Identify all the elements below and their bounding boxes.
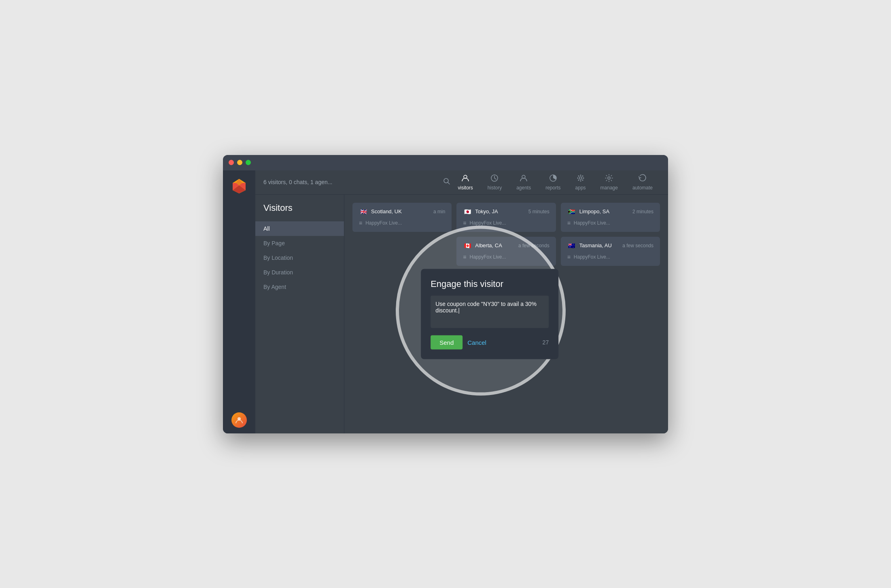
svg-point-16 <box>583 177 584 178</box>
modal-actions: Send Cancel <box>431 335 486 349</box>
close-button[interactable] <box>229 160 234 165</box>
flag-uk: 🇬🇧 <box>359 208 368 215</box>
automate-icon <box>639 174 647 183</box>
visitors-icon <box>461 174 469 183</box>
filter-by-agent[interactable]: By Agent <box>255 280 344 294</box>
message-textarea[interactable]: Use coupon code "NY30" to avail a 30% di… <box>431 295 549 328</box>
tab-apps-label: apps <box>575 185 586 191</box>
mac-window: 6 visitors, 0 chats, 1 agen... <box>223 155 668 433</box>
cancel-button[interactable]: Cancel <box>467 339 486 346</box>
tab-manage[interactable]: manage <box>593 171 625 194</box>
svg-point-12 <box>579 177 582 179</box>
tab-visitors-label: visitors <box>458 185 473 191</box>
fox-logo <box>230 177 248 195</box>
visitor-card-6[interactable]: 🇦🇺 Tasmania, AU a few seconds ≡ HappyFox… <box>561 237 660 266</box>
left-panel: Visitors All By Page By Location By Dura… <box>255 195 344 433</box>
svg-point-21 <box>608 177 610 179</box>
filter-by-page[interactable]: By Page <box>255 236 344 250</box>
app-layout: 6 visitors, 0 chats, 1 agen... <box>223 170 668 433</box>
nav-tabs: visitors history <box>450 171 660 194</box>
filter-by-duration[interactable]: By Duration <box>255 265 344 280</box>
card-time-3: 2 minutes <box>632 209 653 214</box>
filter-list: All By Page By Location By Duration By A… <box>255 221 344 294</box>
card-site-3: ≡ HappyFox Live... <box>567 220 653 226</box>
filter-by-location[interactable]: By Location <box>255 250 344 265</box>
char-count: 27 <box>543 339 549 346</box>
flag-au: 🇦🇺 <box>567 242 576 249</box>
apps-icon <box>577 174 585 183</box>
site-text-6: HappyFox Live... <box>574 254 610 260</box>
location-text-1: Scotland, UK <box>371 208 402 214</box>
maximize-button[interactable] <box>246 160 251 165</box>
lines-icon-2: ≡ <box>463 220 466 226</box>
card-header-3: 🇿🇦 Limpopo, SA 2 minutes <box>567 208 653 215</box>
manage-icon <box>605 174 613 183</box>
reports-icon <box>549 174 557 183</box>
tab-reports[interactable]: reports <box>538 171 568 194</box>
logo-area <box>229 176 249 196</box>
tab-apps[interactable]: apps <box>568 171 593 194</box>
card-location-1: 🇬🇧 Scotland, UK <box>359 208 402 215</box>
search-icon[interactable] <box>443 178 450 187</box>
tab-history[interactable]: history <box>480 171 509 194</box>
card-site-2: ≡ HappyFox Live... <box>463 220 549 226</box>
card-site-1: ≡ HappyFox Live... <box>359 220 445 226</box>
tab-agents-label: agents <box>516 185 531 191</box>
visitor-card-3[interactable]: 🇿🇦 Limpopo, SA 2 minutes ≡ HappyFox Live… <box>561 203 660 232</box>
user-avatar[interactable] <box>231 412 247 428</box>
site-text-2: HappyFox Live... <box>470 220 506 226</box>
sidebar <box>223 170 255 433</box>
visitor-card-1[interactable]: 🇬🇧 Scotland, UK a min ≡ HappyFox Live... <box>352 203 452 232</box>
top-bar: 6 visitors, 0 chats, 1 agen... <box>255 170 668 195</box>
location-text-2: Tokyo, JA <box>475 208 498 214</box>
svg-point-17 <box>578 175 579 176</box>
panel-title: Visitors <box>255 203 344 221</box>
location-text-3: Limpopo, SA <box>579 208 609 214</box>
filter-all[interactable]: All <box>255 221 344 236</box>
card-time-1: a min <box>433 209 445 214</box>
visitor-area: 🇬🇧 Scotland, UK a min ≡ HappyFox Live... <box>344 195 668 433</box>
location-text-6: Tasmania, AU <box>579 242 612 248</box>
tab-visitors[interactable]: visitors <box>450 171 480 194</box>
modal-title: Engage this visitor <box>431 278 549 289</box>
card-location-6: 🇦🇺 Tasmania, AU <box>567 242 612 249</box>
main-content: 6 visitors, 0 chats, 1 agen... <box>255 170 668 433</box>
status-text: 6 visitors, 0 chats, 1 agen... <box>263 179 439 185</box>
engage-modal: Engage this visitor Use coupon code "NY3… <box>421 269 558 359</box>
card-time-6: a few seconds <box>622 243 653 248</box>
modal-footer: Send Cancel 27 <box>431 335 549 349</box>
svg-line-7 <box>448 182 450 184</box>
history-icon <box>490 174 499 183</box>
card-site-6: ≡ HappyFox Live... <box>567 254 653 260</box>
title-bar <box>223 155 668 170</box>
send-button[interactable]: Send <box>431 335 462 349</box>
svg-point-14 <box>580 180 581 181</box>
card-header-2: 🇯🇵 Tokyo, JA 5 minutes <box>463 208 549 215</box>
card-header-1: 🇬🇧 Scotland, UK a min <box>359 208 445 215</box>
site-text-3: HappyFox Live... <box>574 220 610 226</box>
tab-automate[interactable]: automate <box>625 171 660 194</box>
agents-icon <box>520 174 528 183</box>
card-header-6: 🇦🇺 Tasmania, AU a few seconds <box>567 242 653 249</box>
svg-point-13 <box>580 174 581 176</box>
tab-automate-label: automate <box>632 185 653 191</box>
flag-za: 🇿🇦 <box>567 208 576 215</box>
lines-icon-6: ≡ <box>567 254 571 260</box>
site-text-1: HappyFox Live... <box>365 220 402 226</box>
lines-icon-3: ≡ <box>567 220 571 226</box>
svg-point-20 <box>582 179 583 180</box>
svg-point-19 <box>578 179 579 180</box>
lines-icon-1: ≡ <box>359 220 362 226</box>
tab-history-label: history <box>488 185 502 191</box>
svg-point-15 <box>577 177 578 178</box>
svg-point-18 <box>582 175 583 176</box>
minimize-button[interactable] <box>237 160 242 165</box>
tab-reports-label: reports <box>545 185 560 191</box>
card-location-2: 🇯🇵 Tokyo, JA <box>463 208 498 215</box>
body-area: Visitors All By Page By Location By Dura… <box>255 195 668 433</box>
flag-jp: 🇯🇵 <box>463 208 472 215</box>
tab-agents[interactable]: agents <box>509 171 538 194</box>
card-location-3: 🇿🇦 Limpopo, SA <box>567 208 609 215</box>
sidebar-bottom <box>231 412 247 428</box>
tab-manage-label: manage <box>600 185 618 191</box>
